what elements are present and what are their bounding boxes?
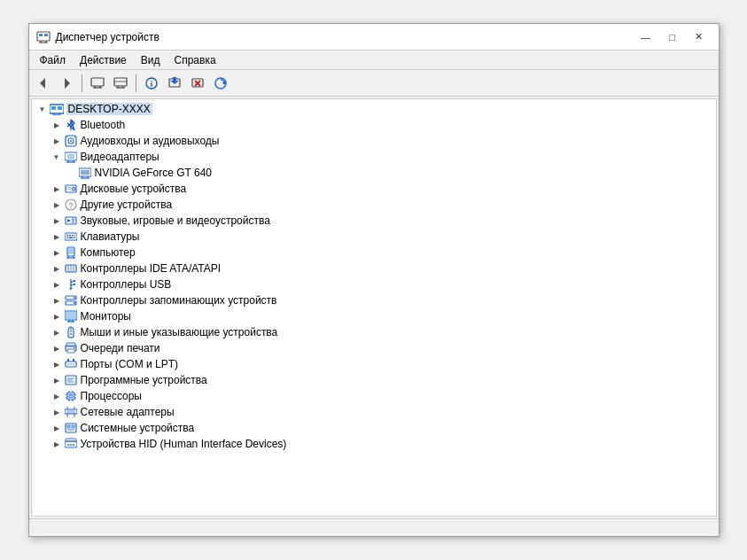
tree-item-system[interactable]: ▶ Системные устройства: [32, 420, 716, 436]
monitors-toggle[interactable]: ▶: [50, 309, 64, 323]
svg-point-100: [74, 347, 75, 349]
svg-marker-6: [40, 78, 45, 89]
tree-item-sound-game[interactable]: ▶ Звуковые, игровые и видеоустройства: [32, 213, 716, 229]
video-adapters-toggle[interactable]: ▼: [50, 150, 64, 164]
svg-rect-12: [114, 78, 127, 86]
svg-rect-64: [66, 235, 68, 237]
network-label: Сетевые адаптеры: [81, 406, 175, 418]
mice-toggle[interactable]: ▶: [50, 325, 64, 339]
tree-item-audio-io[interactable]: ▶ Аудиовходы и аудиовыходы: [32, 133, 716, 149]
tree-item-software-devices[interactable]: ▶ Программные устройства: [32, 372, 716, 388]
ide-toggle[interactable]: ▶: [50, 261, 64, 276]
svg-rect-63: [65, 233, 77, 240]
network-toggle[interactable]: ▶: [50, 405, 64, 419]
maximize-button[interactable]: □: [660, 27, 685, 47]
tree-item-bluetooth[interactable]: ▶ Bluetooth: [32, 117, 716, 133]
properties-button[interactable]: i: [141, 73, 162, 94]
tree-item-monitors[interactable]: ▶ Мониторы: [32, 308, 716, 324]
close-button[interactable]: ✕: [687, 27, 712, 47]
keyboards-toggle[interactable]: ▶: [50, 229, 64, 244]
svg-rect-65: [69, 235, 71, 237]
tree-item-storage[interactable]: ▶ Контроллеры запоминающих устройств: [32, 292, 716, 308]
svg-point-96: [70, 333, 72, 335]
menu-action[interactable]: Действие: [73, 52, 134, 68]
tree-item-nvidia[interactable]: ▶ NVIDIA GeForce GT 640: [32, 165, 716, 181]
svg-rect-72: [68, 248, 74, 254]
svg-rect-68: [66, 237, 68, 239]
tree-item-ports[interactable]: ▶ Порты (COM и LPT): [32, 356, 716, 372]
back-button[interactable]: [33, 73, 54, 94]
computer-toggle[interactable]: ▶: [50, 245, 64, 260]
software-devices-toggle[interactable]: ▶: [50, 373, 64, 387]
other-icon: ?: [64, 198, 78, 212]
svg-point-84: [73, 284, 74, 285]
status-bar: [29, 518, 719, 536]
title-bar-left: Диспетчер устройств: [36, 30, 160, 44]
system-toggle[interactable]: ▶: [50, 421, 64, 435]
software-devices-icon: [64, 373, 78, 387]
root-toggle[interactable]: ▼: [35, 102, 50, 116]
disk-toggle[interactable]: ▶: [50, 182, 64, 196]
tree-item-network[interactable]: ▶ Сетевые адаптеры: [32, 404, 716, 420]
root-label: DESKTOP-XXXX: [66, 103, 152, 115]
tree-item-processors[interactable]: ▶ Процессоры: [32, 388, 716, 404]
computer-button[interactable]: [87, 73, 108, 94]
tree-item-usb[interactable]: ▶ Контроллеры USB: [32, 276, 716, 292]
device-tree[interactable]: ▼ DESKTOP-XXXX ▶: [32, 99, 716, 516]
svg-rect-133: [66, 439, 76, 441]
tree-item-keyboards[interactable]: ▶ Клавиатуры: [32, 229, 716, 245]
hid-toggle[interactable]: ▶: [50, 437, 64, 451]
menu-help[interactable]: Справка: [167, 52, 223, 68]
tree-item-video-adapters[interactable]: ▼ Видеоадаптеры: [32, 149, 716, 165]
update-driver-button[interactable]: [164, 73, 185, 94]
tree-item-ide[interactable]: ▶ Контроллеры IDE ATA/ATAPI: [32, 261, 716, 276]
svg-rect-5: [44, 34, 48, 36]
audio-io-label: Аудиовходы и аудиовыходы: [81, 135, 220, 147]
tree-item-print[interactable]: ▶ Очереди печати: [32, 340, 716, 356]
tree-item-disk[interactable]: ▶ Дисковые устройства: [32, 181, 716, 197]
svg-rect-106: [73, 359, 74, 362]
keyboards-label: Клавиатуры: [81, 230, 140, 243]
ports-icon: [64, 357, 78, 371]
ports-toggle[interactable]: ▶: [50, 357, 64, 371]
svg-rect-112: [69, 394, 73, 398]
bluetooth-toggle[interactable]: ▶: [50, 118, 64, 132]
tree-item-hid[interactable]: ▶ Устройства HID (Human Interface Device…: [32, 436, 716, 452]
toolbar-separator-2: [136, 74, 136, 92]
tree-item-other[interactable]: ▶ ? Другие устройства: [32, 197, 716, 213]
network-icon: [64, 405, 78, 419]
show-all-button[interactable]: [110, 73, 131, 94]
svg-text:i: i: [150, 80, 152, 89]
usb-label: Контроллеры USB: [81, 278, 172, 291]
svg-rect-105: [67, 359, 69, 362]
tree-root[interactable]: ▼ DESKTOP-XXXX: [32, 101, 716, 117]
other-toggle[interactable]: ▶: [50, 198, 64, 212]
sound-game-toggle[interactable]: ▶: [50, 214, 64, 228]
computer-icon: [64, 245, 78, 260]
storage-label: Контроллеры запоминающих устройств: [81, 294, 277, 307]
usb-toggle[interactable]: ▶: [50, 277, 64, 292]
svg-rect-54: [66, 187, 71, 188]
svg-point-88: [74, 297, 75, 299]
menu-file[interactable]: Файл: [33, 52, 74, 68]
tree-item-mice[interactable]: ▶ Мыши и иные указывающие устройства: [32, 324, 716, 340]
minimize-button[interactable]: —: [634, 27, 658, 47]
svg-rect-130: [72, 425, 74, 428]
processors-toggle[interactable]: ▶: [50, 389, 64, 403]
forward-button[interactable]: [56, 73, 77, 94]
toolbar: i: [29, 70, 719, 97]
uninstall-button[interactable]: [187, 73, 208, 94]
tree-item-computer[interactable]: ▶ Компьютер: [32, 245, 716, 261]
svg-point-53: [73, 188, 74, 190]
scan-button[interactable]: [210, 73, 231, 94]
svg-marker-85: [69, 288, 73, 290]
svg-rect-8: [91, 78, 104, 86]
menu-view[interactable]: Вид: [134, 52, 167, 68]
toolbar-separator-1: [82, 74, 82, 92]
system-label: Системные устройства: [81, 422, 195, 434]
print-toggle[interactable]: ▶: [50, 341, 64, 355]
audio-io-toggle[interactable]: ▶: [50, 134, 64, 148]
processors-label: Процессоры: [81, 390, 143, 402]
video-adapters-icon: [64, 150, 78, 164]
storage-toggle[interactable]: ▶: [50, 293, 64, 307]
